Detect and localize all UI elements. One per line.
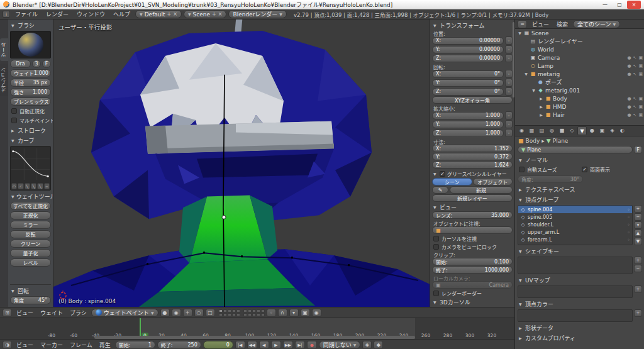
add-shape-key-button[interactable]: + [634, 257, 642, 264]
renderability-icon[interactable]: ▣ [638, 96, 643, 101]
lock-icon[interactable]: ◦ [627, 207, 630, 213]
selectability-icon[interactable]: ↖ [633, 64, 637, 69]
timeline-editor-icon[interactable]: ◑ [3, 341, 12, 349]
breadcrumb-data[interactable]: Plane [553, 138, 569, 144]
visibility-eye-icon[interactable]: ● [627, 72, 631, 77]
timeline-canvas[interactable]: -80 -60 -40 -20 20 40 60 80 100 120 140 … [0, 318, 514, 339]
expand-icon[interactable]: ▶ [539, 96, 543, 101]
gpencil-new-button[interactable]: 新規 [450, 186, 513, 194]
brush-name-field[interactable]: Dra [10, 60, 31, 68]
info-editor-icon[interactable]: i [3, 11, 10, 18]
add-vertex-group-button[interactable]: + [634, 205, 642, 213]
vertex-group-item[interactable]: ◇spine.005◦ [518, 213, 632, 221]
vertex-group-item[interactable]: ◇upper_arm.L◦ [518, 228, 632, 236]
tab-tools[interactable]: ツール [0, 38, 8, 61]
tab-render[interactable]: ◉ [517, 126, 526, 135]
outliner-row-world[interactable]: ◍ World [515, 45, 644, 53]
lens-field[interactable]: レンズ:35.000 [432, 211, 513, 219]
panel-vertex-groups[interactable]: ▼ 頂点グループ [518, 195, 642, 204]
weights-menu[interactable]: ウェイト [38, 309, 65, 317]
delete-layout-button[interactable]: × [173, 11, 177, 17]
move-group-up-button[interactable]: ▲ [634, 230, 642, 237]
expand-icon[interactable]: ▼ [518, 31, 522, 35]
add-uv-map-button[interactable]: + [634, 285, 642, 293]
manipulator-rotate-icon[interactable]: ○ [194, 309, 204, 317]
panel-redo-rotate[interactable]: ▼ 回転 [10, 286, 51, 295]
tab-scene[interactable]: ▤ [537, 126, 547, 135]
panel-grease-pencil[interactable]: ▼ ✓ グリースペンシルレイヤー [432, 169, 513, 178]
visibility-eye-icon[interactable]: ● [627, 96, 631, 101]
outliner-view-menu[interactable]: ビュー [530, 20, 552, 28]
pivot-point-dropdown[interactable]: ◉ [172, 309, 181, 317]
play-reverse-button[interactable]: ◀ [259, 341, 269, 349]
vertex-group-specials-button[interactable]: ▾ [634, 221, 642, 229]
panel-brush[interactable]: ▼ ブラシ [10, 21, 51, 30]
renderability-icon[interactable]: ▣ [638, 113, 643, 118]
multi-paint-checkbox[interactable]: マルチペイント [10, 116, 51, 125]
timeline-frame-menu[interactable]: フレーム [67, 341, 95, 349]
location-x-field[interactable]: X:0.00000 [432, 37, 504, 45]
selectability-icon[interactable]: ↖ [633, 55, 637, 60]
curve-preset-sphere-icon[interactable]: ◜ [18, 183, 23, 189]
lock-icon[interactable]: ◦ [505, 45, 513, 53]
dimension-z-field[interactable]: Z:1.624 [432, 161, 513, 169]
manipulator-scale-icon[interactable]: □ [206, 309, 215, 317]
panel-uv-maps[interactable]: ▼ UVマップ [518, 275, 642, 284]
tab-world[interactable]: ◍ [547, 126, 557, 135]
gpencil-source-object-tab[interactable]: オブジェクト [473, 178, 513, 186]
strength-slider[interactable]: 強さ 1.000 [10, 88, 51, 96]
curve-preset-linear-icon[interactable]: ╲ [37, 183, 43, 189]
scale-x-field[interactable]: X:1.000 [432, 112, 504, 119]
viewport-3d[interactable]: ユーザー・平行投影 (0) Body : spine.004 [53, 19, 430, 307]
auto-normalize-checkbox[interactable]: 自動正規化 [10, 107, 51, 115]
lock-icon[interactable]: ◦ [505, 111, 513, 119]
rotation-z-field[interactable]: Z:0° [432, 88, 504, 96]
brush-falloff-curve[interactable]: ◠ ◜ ╲ ╲ ╲ ─ [10, 146, 51, 191]
tab-particles[interactable]: ◈ [608, 126, 617, 135]
location-y-field[interactable]: Y:0.00000 [432, 46, 504, 53]
lock-icon[interactable]: ◦ [627, 230, 630, 235]
lock-icon[interactable]: ◦ [505, 36, 513, 45]
gpencil-draw-icon[interactable]: ✎ [432, 186, 448, 194]
lock-icon[interactable]: ◦ [505, 70, 513, 78]
outliner-row-camera[interactable]: ▣ Camera ●↖▣ [515, 53, 644, 62]
tab-render-layers[interactable]: ▦ [527, 126, 536, 135]
prev-keyframe-button[interactable]: ◀◀ [247, 341, 257, 349]
maximize-button[interactable]: ▢ [613, 1, 626, 9]
viewport-shading-dropdown[interactable]: ● [160, 309, 170, 317]
vertex-group-item[interactable]: ◇shoulder.L◦ [518, 221, 632, 228]
dimension-x-field[interactable]: X:1.352 [432, 145, 513, 152]
selectability-icon[interactable]: ↖ [633, 104, 637, 109]
outliner-row-metarig001[interactable]: ▼ ◆ metarig.001 [515, 86, 644, 94]
expand-icon[interactable]: ▶ [539, 104, 543, 109]
location-z-field[interactable]: Z:0.00000 [432, 55, 504, 62]
timeline-view-menu[interactable]: ビュー [14, 341, 36, 349]
outliner-row-hair[interactable]: ▶ ■ Hair ●↖▣ [515, 111, 644, 119]
tab-texture[interactable]: ▣ [597, 126, 607, 135]
panel-view[interactable]: ▼ ビュー [432, 202, 513, 211]
remove-vertex-group-button[interactable]: − [634, 213, 642, 221]
remove-shape-key-button[interactable]: − [634, 265, 642, 272]
sync-mode-dropdown[interactable]: 同期しない ▼ [319, 341, 361, 349]
visibility-eye-icon[interactable]: ● [627, 64, 631, 69]
play-button[interactable]: ▶ [271, 341, 281, 349]
gpencil-new-layer-button[interactable]: 新規レイヤー [432, 194, 513, 202]
layers-grid[interactable] [219, 309, 265, 316]
lock-cursor-checkbox[interactable]: カーソルを注視 [432, 235, 513, 243]
lock-icon[interactable]: ◦ [627, 214, 630, 220]
fake-user-button[interactable]: F [42, 60, 51, 68]
move-group-down-button[interactable]: ▼ [634, 238, 642, 245]
breadcrumb-object[interactable]: Body [526, 138, 540, 144]
vertex-groups-list[interactable]: ◇spine.004◦ ◇spine.005◦ ◇shoulder.L◦ ◇up… [518, 205, 633, 245]
visibility-eye-icon[interactable]: ● [627, 113, 631, 118]
screen-layout-selector[interactable]: ▼ Default + × [135, 10, 182, 18]
rotation-y-field[interactable]: Y:0° [432, 79, 504, 87]
shape-keys-list[interactable] [518, 257, 633, 274]
outliner-row-hmd[interactable]: ▶ ■ HMD ●↖▣ [515, 102, 644, 111]
rotation-mode-dropdown[interactable]: XYZオイラー角 [432, 96, 513, 104]
panel-3d-cursor[interactable]: ▼ 3Dカーソル [432, 297, 513, 306]
lock-icon[interactable]: ◦ [627, 222, 630, 228]
scale-y-field[interactable]: Y:1.000 [432, 121, 504, 128]
brush-menu[interactable]: ブラシ [67, 309, 89, 317]
curve-preset-constant-icon[interactable]: ─ [44, 183, 50, 189]
